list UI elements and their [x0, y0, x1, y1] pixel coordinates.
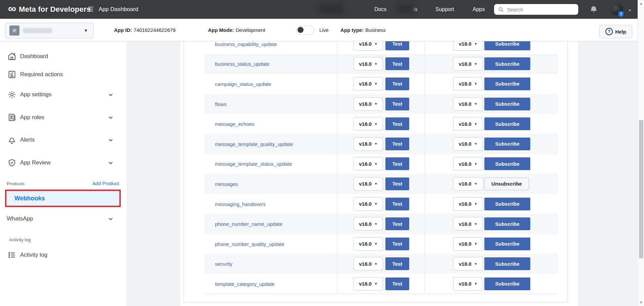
chevron-down-icon: ▼: [374, 82, 378, 86]
webhook-field-link[interactable]: security: [215, 261, 232, 267]
sidebar-item-required-actions[interactable]: Required actions: [0, 67, 126, 82]
scroll-up-icon[interactable]: ▲: [638, 2, 644, 5]
test-button[interactable]: Test: [385, 57, 409, 70]
version-dropdown-test[interactable]: v18.0 ▼: [354, 177, 383, 191]
help-button[interactable]: ? Help: [599, 25, 632, 38]
version-dropdown-test[interactable]: v18.0 ▼: [354, 97, 383, 111]
version-dropdown-subscribe[interactable]: v18.0 ▼: [453, 117, 483, 131]
version-dropdown-test[interactable]: v18.0 ▼: [354, 197, 383, 211]
chevron-down-icon: ▼: [474, 42, 477, 46]
subscribe-button[interactable]: Subscribe: [484, 238, 530, 250]
sidebar-item-alerts[interactable]: Alerts: [0, 133, 126, 147]
app-mode-label: App Mode: Development: [208, 19, 265, 41]
version-dropdown-subscribe[interactable]: v18.0 ▼: [453, 237, 483, 251]
nav-link-support[interactable]: Support: [435, 0, 454, 19]
sidebar-item-app-settings[interactable]: App settings: [0, 87, 126, 102]
nav-link-apps[interactable]: Apps: [473, 0, 485, 19]
sidebar-item-webhooks[interactable]: Webhooks: [5, 190, 121, 207]
meta-developers-logo[interactable]: ∞ Meta for Developers: [8, 0, 91, 19]
menu-icon[interactable]: ☰: [88, 6, 95, 13]
webhook-field-link[interactable]: flows: [215, 101, 226, 107]
webhook-field-link[interactable]: template_category_update: [215, 281, 275, 287]
version-dropdown-test[interactable]: v18.0 ▼: [354, 257, 383, 270]
page-scrollbar[interactable]: ▲ ▼: [638, 0, 644, 306]
scroll-down-icon[interactable]: ▼: [638, 301, 644, 304]
subscribe-button[interactable]: Subscribe: [484, 157, 530, 170]
version-dropdown-subscribe[interactable]: v18.0 ▼: [453, 77, 483, 91]
version-dropdown-test[interactable]: v18.0 ▼: [354, 237, 383, 251]
version-dropdown-subscribe[interactable]: v18.0 ▼: [453, 177, 483, 191]
chevron-down-icon: ▼: [374, 142, 378, 146]
version-dropdown-subscribe[interactable]: v18.0 ▼: [453, 157, 483, 170]
chevron-down-icon: ▼: [374, 162, 378, 166]
subscribe-button[interactable]: Subscribe: [484, 198, 530, 210]
sidebar-item-app-roles[interactable]: App roles: [0, 110, 126, 125]
sidebar-item-dashboard[interactable]: Dashboard: [0, 49, 126, 64]
webhook-field-link[interactable]: phone_number_quality_update: [215, 241, 284, 247]
test-button[interactable]: Test: [385, 257, 409, 270]
sidebar-item-whatsapp[interactable]: WhatsApp: [0, 211, 126, 226]
chevron-down-icon: [108, 160, 113, 165]
webhook-field-link[interactable]: phone_number_name_update: [215, 221, 282, 227]
search-box[interactable]: [494, 4, 578, 15]
test-button[interactable]: Test: [385, 238, 409, 250]
version-dropdown-subscribe[interactable]: v18.0 ▼: [453, 97, 483, 111]
version-dropdown-subscribe[interactable]: v18.0 ▼: [453, 137, 483, 151]
version-dropdown-test[interactable]: v18.0 ▼: [354, 157, 383, 170]
subscribe-button[interactable]: Subscribe: [484, 117, 530, 130]
notifications-bell-icon[interactable]: [589, 5, 598, 14]
test-button[interactable]: Test: [385, 138, 409, 150]
version-dropdown-subscribe[interactable]: v18.0 ▼: [453, 257, 483, 270]
subscribe-button[interactable]: Subscribe: [484, 57, 530, 70]
subscribe-button[interactable]: Subscribe: [484, 217, 530, 230]
app-selector-dropdown[interactable]: ▼: [5, 23, 94, 38]
webhook-field-link[interactable]: business_status_update: [215, 61, 269, 67]
webhook-field-link[interactable]: business_capability_update: [215, 41, 277, 47]
subscribe-button[interactable]: Subscribe: [484, 78, 530, 90]
subscribe-button[interactable]: Subscribe: [484, 277, 530, 290]
unsubscribe-button[interactable]: Unsubscribe: [484, 177, 529, 190]
version-dropdown-subscribe[interactable]: v18.0 ▼: [453, 277, 483, 291]
sidebar-item-app-review[interactable]: App Review: [0, 155, 126, 170]
meta-logo-icon: ∞: [8, 3, 16, 14]
webhook-field-link[interactable]: message_template_quality_update: [215, 141, 293, 147]
chevron-down-icon: ▼: [374, 182, 378, 186]
version-dropdown-subscribe[interactable]: v18.0 ▼: [453, 197, 483, 211]
test-button[interactable]: Test: [385, 117, 409, 130]
version-dropdown-test[interactable]: v18.0 ▼: [354, 217, 383, 231]
nav-link-docs[interactable]: Docs: [374, 0, 386, 19]
chevron-down-icon: ▼: [474, 262, 477, 266]
test-button[interactable]: Test: [385, 177, 409, 190]
list-icon: [7, 251, 16, 260]
add-product-link[interactable]: Add Product: [92, 181, 119, 186]
webhook-field-link[interactable]: messaging_handovers: [215, 201, 266, 207]
test-button[interactable]: Test: [385, 198, 409, 210]
version-dropdown-test[interactable]: v18.0 ▼: [354, 117, 383, 131]
chevron-down-icon: ▼: [474, 162, 477, 166]
subscribe-button[interactable]: Subscribe: [484, 257, 530, 270]
version-dropdown-test[interactable]: v18.0 ▼: [354, 57, 383, 70]
chevron-down-icon: ▼: [474, 122, 477, 126]
account-chevron-icon[interactable]: ▼: [628, 8, 632, 13]
subscribe-button[interactable]: Subscribe: [484, 98, 530, 110]
sidebar-item-activity-log[interactable]: Activity log: [0, 248, 126, 262]
webhook-field-link[interactable]: messages: [215, 181, 238, 187]
version-dropdown-subscribe[interactable]: v18.0 ▼: [453, 57, 483, 70]
search-input[interactable]: [506, 6, 568, 13]
scrollbar-thumb[interactable]: [639, 120, 643, 258]
test-button[interactable]: Test: [385, 78, 409, 90]
version-dropdown-test[interactable]: v18.0 ▼: [354, 137, 383, 151]
version-dropdown-test[interactable]: v18.0 ▼: [354, 277, 383, 291]
subscribe-button[interactable]: Subscribe: [484, 138, 530, 150]
app-mode-toggle[interactable]: [296, 26, 314, 35]
webhook-field-link[interactable]: campaign_status_update: [215, 81, 271, 87]
webhook-field-link[interactable]: message_echoes: [215, 121, 255, 127]
sidebar-item-label: App roles: [20, 114, 44, 121]
test-button[interactable]: Test: [385, 157, 409, 170]
version-dropdown-subscribe[interactable]: v18.0 ▼: [453, 217, 483, 231]
test-button[interactable]: Test: [385, 217, 409, 230]
version-dropdown-test[interactable]: v18.0 ▼: [354, 77, 383, 91]
test-button[interactable]: Test: [385, 277, 409, 290]
webhook-field-link[interactable]: message_template_status_update: [215, 161, 292, 167]
test-button[interactable]: Test: [385, 98, 409, 110]
